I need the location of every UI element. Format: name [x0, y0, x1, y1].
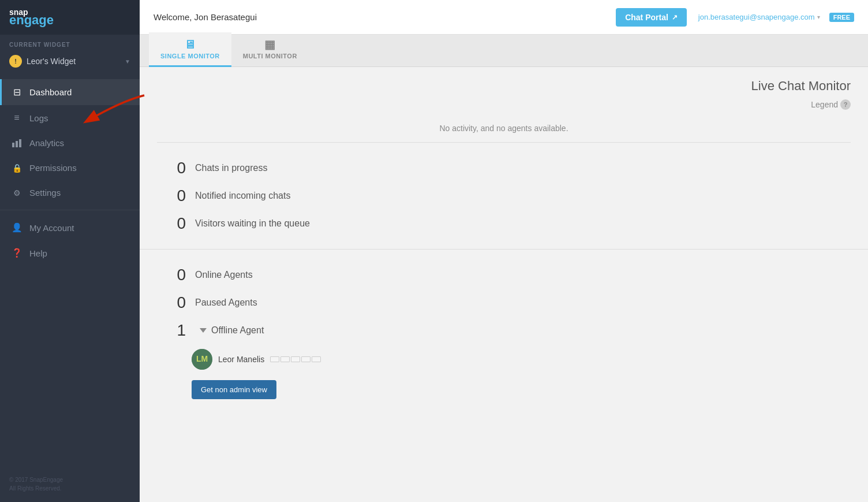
sidebar-item-label: Analytics [29, 138, 64, 148]
table-row: 0 Paused Agents [157, 289, 851, 317]
svg-rect-1 [16, 141, 18, 147]
offline-agents-label: Offline Agent [211, 325, 264, 336]
tab-single-monitor[interactable]: 🖥 SINGLE MONITOR [149, 32, 231, 67]
legend-area: Legend ? [140, 99, 868, 116]
widget-selector[interactable]: ! Leor's Widget ▼ [0, 51, 140, 76]
sidebar-item-label: Help [29, 248, 47, 258]
tab-label: MULTI MONITOR [243, 53, 297, 60]
person-icon: 👤 [11, 222, 23, 233]
sidebar-item-label: Permissions [29, 163, 77, 173]
sidebar-item-label: Logs [29, 113, 48, 123]
status-bar [280, 356, 290, 362]
svg-rect-2 [19, 139, 21, 147]
gear-icon: ⚙ [11, 188, 23, 198]
sidebar: snap engage CURRENT WIDGET ! Leor's Widg… [0, 0, 140, 502]
sidebar-item-permissions[interactable]: 🔒 Permissions [0, 155, 140, 180]
avatar: LM [192, 349, 212, 370]
logo-engage: engage [9, 14, 54, 27]
chat-portal-button[interactable]: Chat Portal ↗ [616, 8, 687, 27]
sidebar-item-label: Settings [29, 188, 61, 198]
nav-divider [0, 210, 140, 210]
no-activity-message: No activity, and no agents available. [157, 116, 851, 143]
sidebar-item-settings[interactable]: ⚙ Settings [0, 180, 140, 205]
sidebar-item-my-account[interactable]: 👤 My Account [0, 215, 140, 240]
sidebar-item-logs[interactable]: ≡ Logs [0, 105, 140, 131]
legend-icon: ? [840, 99, 851, 110]
monitor-icon: 🖥 [184, 38, 196, 51]
dropdown-caret-icon: ▾ [817, 14, 820, 20]
monitor-title: Live Chat Monitor [751, 79, 851, 94]
main-content: Welcome, Jon Berasategui Chat Portal ↗ j… [140, 0, 868, 502]
agent-status-bars [270, 356, 321, 362]
offline-agents-count: 1 [157, 321, 186, 340]
chat-portal-label: Chat Portal [625, 13, 668, 22]
header: Welcome, Jon Berasategui Chat Portal ↗ j… [140, 0, 868, 35]
current-widget-label: CURRENT WIDGET [0, 35, 140, 51]
paused-agents-count: 0 [157, 293, 186, 312]
offline-agents-row: 1 Offline Agent [157, 317, 851, 344]
list-item: LM Leor Manelis [157, 344, 851, 374]
email-text: jon.berasategui@snapengage.com [698, 13, 815, 21]
visitors-queue-label: Visitors waiting in the queue [195, 218, 310, 229]
chats-in-progress-label: Chats in progress [195, 163, 267, 173]
table-row: 0 Notified incoming chats [157, 182, 851, 210]
sidebar-item-dashboard[interactable]: ⊟ Dashboard [0, 79, 140, 105]
get-non-admin-view-button[interactable]: Get non admin view [192, 380, 276, 399]
online-agents-label: Online Agents [195, 270, 253, 280]
logo-area: snap engage [0, 0, 140, 35]
free-badge: FREE [829, 13, 854, 22]
table-row: 0 Online Agents [157, 261, 851, 289]
sidebar-item-help[interactable]: ❓ Help [0, 240, 140, 266]
online-agents-count: 0 [157, 266, 186, 284]
tab-label: SINGLE MONITOR [160, 53, 220, 60]
expand-icon[interactable] [200, 328, 207, 333]
chevron-down-icon: ▼ [125, 58, 130, 65]
status-bar [291, 356, 300, 362]
widget-icon: ! [9, 55, 22, 68]
footer-text: © 2017 SnapEngageAll Rights Reserved. [0, 466, 140, 502]
content-area: Live Chat Monitor Legend ? No activity, … [140, 67, 868, 502]
sidebar-item-analytics[interactable]: Analytics [0, 131, 140, 155]
notified-chats-count: 0 [157, 187, 186, 205]
legend-label: Legend [811, 100, 838, 109]
paused-agents-label: Paused Agents [195, 298, 257, 308]
table-row: 0 Chats in progress [157, 154, 851, 182]
legend-button[interactable]: Legend ? [811, 99, 851, 110]
agents-section: 0 Online Agents 0 Paused Agents 1 Offlin… [140, 250, 868, 411]
nav-menu: ⊟ Dashboard ≡ Logs Analytics 🔒 Permissio… [0, 76, 140, 466]
multi-monitor-icon: ▦ [264, 38, 276, 51]
sidebar-item-label: Dashboard [29, 87, 72, 97]
monitor-title-row: Live Chat Monitor [140, 67, 868, 99]
lock-icon: 🔒 [11, 163, 23, 173]
table-row: 0 Visitors waiting in the queue [157, 210, 851, 237]
agent-name: Leor Manelis [218, 355, 264, 364]
sidebar-item-label: My Account [29, 223, 74, 233]
status-bar [270, 356, 279, 362]
monitor-tabs: 🖥 SINGLE MONITOR ▦ MULTI MONITOR [140, 35, 868, 67]
help-icon: ❓ [11, 248, 23, 258]
status-bar [312, 356, 321, 362]
external-link-icon: ↗ [672, 13, 678, 21]
notified-chats-label: Notified incoming chats [195, 191, 290, 201]
analytics-icon [11, 139, 23, 147]
logs-icon: ≡ [11, 113, 23, 123]
widget-name: Leor's Widget [27, 57, 125, 66]
svg-text:LM: LM [196, 354, 208, 363]
status-bar [301, 356, 310, 362]
svg-rect-0 [12, 143, 14, 147]
visitors-queue-count: 0 [157, 214, 186, 233]
welcome-text: Welcome, Jon Berasategui [154, 12, 616, 22]
tab-multi-monitor[interactable]: ▦ MULTI MONITOR [231, 32, 309, 67]
chats-in-progress-count: 0 [157, 159, 186, 177]
dashboard-icon: ⊟ [11, 87, 23, 98]
user-email[interactable]: jon.berasategui@snapengage.com ▾ [698, 13, 820, 21]
stats-section: 0 Chats in progress 0 Notified incoming … [140, 143, 868, 250]
logo: snap engage [9, 8, 54, 27]
